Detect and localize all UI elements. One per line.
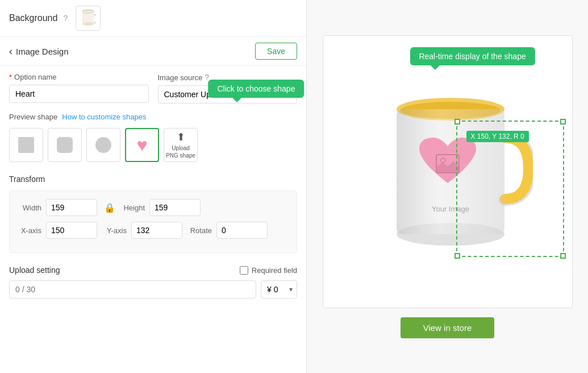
handle-top-right[interactable] <box>560 119 566 125</box>
preview-shape-label: Preview shape <box>9 113 57 121</box>
image-design-header: ‹ Image Design Save <box>0 37 306 66</box>
xaxis-label: X-axis <box>19 226 41 235</box>
shape-upload-png[interactable]: ⬆ UploadPNG shape <box>164 128 198 162</box>
required-field-checkbox[interactable] <box>240 266 248 275</box>
save-button[interactable]: Save <box>255 43 297 60</box>
right-panel: Real-time display of the shape X 150, Y … <box>307 0 588 373</box>
xaxis-input[interactable] <box>46 222 97 239</box>
upload-shape-label: UploadPNG shape <box>166 144 195 159</box>
transform-label: Transform <box>9 175 297 184</box>
rotate-input[interactable] <box>216 222 268 239</box>
mug-preview-icon <box>80 9 96 27</box>
shape-circle[interactable] <box>86 128 120 162</box>
realtime-display-tooltip: Real-time display of the shape <box>410 47 535 65</box>
background-preview[interactable] <box>76 6 101 31</box>
svg-point-2 <box>82 22 94 26</box>
background-label: Background <box>9 13 57 23</box>
customize-shapes-link[interactable]: How to customize shapes <box>62 113 146 121</box>
click-to-choose-shape-tooltip: Click to choose shape <box>208 80 304 98</box>
mug-container: X 150, Y 132, R 0 <box>345 64 550 280</box>
required-star: * <box>9 73 12 81</box>
square-shape-icon <box>18 137 34 153</box>
circle-shape-icon <box>95 137 111 153</box>
image-source-label: Image source <box>158 73 203 82</box>
option-name-label: Option name <box>14 73 56 81</box>
back-button[interactable]: ‹ Image Design <box>9 45 69 57</box>
option-name-input[interactable] <box>9 85 149 103</box>
rotate-label: Rotate <box>189 226 212 235</box>
yaxis-input[interactable] <box>131 222 182 239</box>
upload-text-input[interactable] <box>9 280 256 299</box>
canvas-transform-label: X 150, Y 132, R 0 <box>466 131 529 142</box>
width-label: Width <box>19 204 41 212</box>
required-field-label: Required field <box>252 266 297 275</box>
shape-square[interactable] <box>9 128 43 162</box>
upload-icon: ⬆ <box>177 131 185 143</box>
canvas-area: Real-time display of the shape X 150, Y … <box>323 35 573 308</box>
view-in-store-button[interactable]: View in store <box>401 317 495 338</box>
mug-svg: Your Image <box>362 81 533 263</box>
shape-heart[interactable]: ♥ <box>125 128 159 162</box>
back-arrow-icon: ‹ <box>9 45 12 57</box>
height-input[interactable] <box>149 199 201 216</box>
image-design-label: Image Design <box>16 47 69 56</box>
price-select[interactable]: ¥ 0 ¥ 10 ¥ 20 <box>261 280 297 299</box>
lock-icon: 🔒 <box>104 202 115 213</box>
yaxis-label: Y-axis <box>104 226 127 235</box>
rounded-shape-icon <box>57 137 73 153</box>
shape-rounded[interactable] <box>48 128 82 162</box>
heart-shape-icon: ♥ <box>137 136 148 154</box>
background-help-icon[interactable]: ? <box>63 14 68 23</box>
upload-setting-label: Upload setting <box>9 266 60 275</box>
handle-bottom-right[interactable] <box>560 253 566 259</box>
width-input[interactable] <box>46 199 97 216</box>
svg-text:Your Image: Your Image <box>431 205 469 213</box>
height-label: Height <box>122 204 145 212</box>
